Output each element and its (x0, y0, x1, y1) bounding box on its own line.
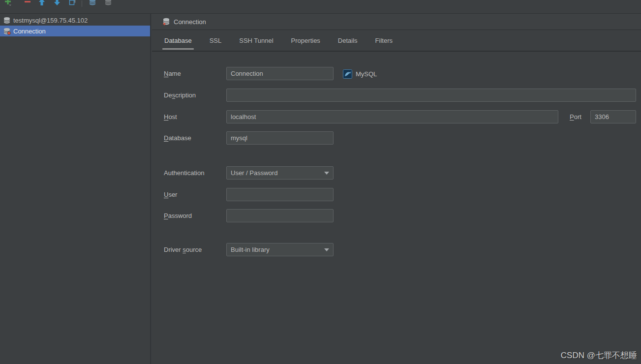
database-modified-icon (162, 18, 170, 26)
watermark: CSDN @七罪不想睡 (561, 350, 637, 361)
tab-label: Properties (291, 37, 320, 44)
tab-label: Database (164, 37, 192, 44)
description-label: Description (164, 89, 196, 102)
password-input[interactable] (226, 209, 334, 222)
datasource-list: testmysql@159.75.45.102 Connection (0, 14, 151, 364)
datasource-label: testmysql@159.75.45.102 (13, 17, 88, 24)
tab-ssl[interactable]: SSL (209, 30, 222, 51)
tab-properties[interactable]: Properties (291, 30, 321, 51)
host-row: Host Port (152, 110, 641, 123)
driver-source-label: Driver source (164, 243, 202, 256)
authentication-row: Authentication User / Password (152, 166, 641, 180)
description-row: Description (152, 89, 641, 102)
remove-icon[interactable] (24, 0, 31, 6)
dbms-chip: MySQL (343, 68, 377, 79)
password-row: Password (152, 209, 641, 222)
dbms-label: MySQL (356, 70, 377, 78)
driver-source-select[interactable]: Built-in library (226, 243, 334, 256)
tab-filters[interactable]: Filters (375, 30, 393, 51)
toolbar (0, 0, 641, 14)
page-title: Connection (174, 18, 206, 26)
authentication-select[interactable]: User / Password (226, 166, 334, 180)
authentication-label: Authentication (164, 166, 204, 180)
tab-label: Filters (375, 37, 393, 44)
user-row: User (152, 188, 641, 201)
tab-details[interactable]: Details (337, 30, 358, 51)
datasource-item-testmysql[interactable]: testmysql@159.75.45.102 (0, 15, 150, 26)
tab-label: SSL (210, 37, 222, 44)
datasource-item-connection[interactable]: Connection (0, 26, 150, 36)
driver-source-row: Driver source Built-in library (152, 243, 641, 256)
authentication-value: User / Password (231, 169, 277, 177)
add-icon[interactable] (4, 0, 12, 6)
user-input[interactable] (226, 188, 334, 201)
move-down-icon[interactable] (53, 0, 61, 6)
datasource-label: Connection (13, 28, 46, 35)
password-label: Password (164, 209, 192, 222)
mysql-icon (343, 69, 352, 79)
move-up-icon[interactable] (38, 0, 46, 6)
tab-bar: Database SSL SSH Tunnel Properties Detai… (152, 30, 641, 52)
name-input[interactable] (226, 67, 334, 80)
port-input[interactable] (590, 110, 636, 123)
chevron-down-icon (324, 248, 329, 251)
host-label: Host (164, 110, 177, 123)
connection-settings-panel: Connection Database SSL SSH Tunnel Prope… (152, 14, 641, 364)
data-source-icon[interactable] (89, 0, 96, 6)
duplicate-icon[interactable] (68, 0, 76, 6)
chevron-down-icon (324, 172, 329, 175)
name-label: Name (164, 67, 181, 80)
database-modified-icon (3, 28, 11, 35)
panel-header: Connection (152, 14, 641, 30)
connection-form: Name MySQL Description Host Port (152, 52, 641, 364)
tab-database[interactable]: Database (164, 30, 192, 51)
active-tab-underline (162, 48, 194, 50)
driver-icon[interactable] (104, 0, 112, 6)
description-input[interactable] (226, 89, 636, 102)
database-label: Database (164, 131, 191, 145)
user-label: User (164, 188, 177, 201)
port-label: Port (570, 110, 581, 123)
tab-ssh-tunnel[interactable]: SSH Tunnel (239, 30, 274, 51)
database-input[interactable] (226, 131, 334, 145)
tab-label: SSH Tunnel (239, 37, 273, 44)
database-icon (3, 17, 11, 24)
toolbar-separator (82, 0, 82, 7)
driver-source-value: Built-in library (231, 246, 270, 253)
tab-label: Details (338, 37, 358, 44)
host-input[interactable] (226, 110, 558, 123)
name-row: Name MySQL (152, 67, 641, 80)
database-row: Database (152, 131, 641, 145)
